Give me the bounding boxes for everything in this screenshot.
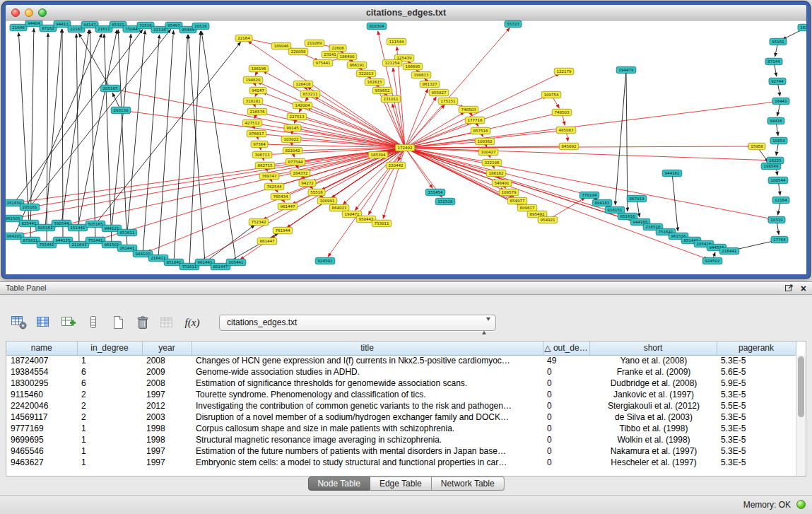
graph-node[interactable]: 924502 — [702, 257, 722, 264]
graph-node[interactable]: 227513 — [287, 113, 307, 120]
graph-node[interactable]: 861447 — [257, 238, 277, 245]
graph-node[interactable]: 961447 — [278, 203, 298, 210]
graph-node[interactable]: 189046 — [271, 42, 291, 49]
graph-node[interactable]: 16441 — [772, 98, 789, 105]
column-header-pagerank[interactable]: pagerank — [717, 341, 796, 355]
graph-node[interactable]: 818304 — [367, 23, 387, 30]
tab-node-table[interactable]: Node Table — [307, 477, 370, 491]
graph-node[interactable]: 142004 — [293, 102, 312, 109]
graph-node[interactable]: 959652 — [372, 87, 392, 94]
graph-node[interactable]: 194479 — [616, 66, 636, 74]
graph-node[interactable]: 216576 — [247, 108, 267, 115]
table-row[interactable]: 2242004622012Investigating the contribut… — [6, 400, 796, 411]
table-row[interactable]: 946554611997Estimation of the future num… — [6, 445, 796, 457]
graph-node[interactable]: 186400 — [337, 53, 357, 60]
graph-node[interactable]: 111544 — [387, 38, 406, 45]
column-header-title[interactable]: title — [192, 341, 543, 355]
graph-node[interactable]: 94147 — [249, 87, 266, 94]
graph-node[interactable]: 186196 — [249, 65, 269, 72]
graph-node[interactable]: 845092 — [559, 143, 579, 150]
import-table-button[interactable] — [157, 313, 178, 332]
column-header-out_degree[interactable]: △ out_de… — [543, 341, 589, 355]
scrollbar-thumb[interactable] — [798, 356, 804, 417]
graph-node[interactable]: 109362 — [475, 138, 495, 145]
graph-node[interactable]: 231011 — [381, 95, 401, 103]
graph-node[interactable]: 851611 — [117, 229, 137, 236]
table-row[interactable]: 946362711997Embryonic stem cells: a mode… — [6, 457, 796, 468]
graph-node[interactable]: 22164 — [235, 35, 252, 42]
graph-node[interactable]: 97364 — [251, 141, 268, 148]
graph-node[interactable]: 854977 — [507, 197, 527, 204]
graph-node[interactable]: 916151 — [605, 206, 625, 214]
column-header-name[interactable]: name — [6, 341, 77, 355]
network-window[interactable]: citations_edges.txt 17240218619619462094… — [2, 1, 810, 278]
close-panel-button[interactable]: × — [801, 283, 806, 295]
graph-node[interactable]: 876617 — [247, 130, 266, 137]
close-button[interactable] — [11, 8, 20, 17]
graph-node[interactable]: 853211 — [300, 90, 320, 98]
graph-node[interactable]: 151441 — [68, 224, 88, 231]
graph-node[interactable]: 762544 — [264, 183, 284, 190]
graph-node[interactable]: 809617 — [517, 204, 537, 211]
graph-node[interactable]: 485083 — [556, 127, 576, 134]
table-mode-button[interactable] — [8, 313, 30, 332]
graph-node[interactable]: 220442 — [386, 162, 406, 169]
graph-node[interactable]: 186162 — [486, 170, 506, 177]
graph-node[interactable]: 961327 — [420, 81, 440, 88]
graph-node[interactable]: 194620 — [243, 76, 263, 83]
table-scrollbar[interactable] — [796, 355, 806, 476]
graph-node[interactable]: 109754 — [541, 91, 561, 98]
graph-node[interactable]: 172402 — [395, 144, 415, 151]
table-row[interactable]: 1872400712008Changes of HCN gene express… — [6, 355, 796, 366]
table-row[interactable]: 1830029562008Estimation of significance … — [6, 378, 796, 389]
table-row[interactable]: 1938455462009Genome-wide association stu… — [6, 366, 796, 378]
graph-node[interactable]: 23141 — [322, 51, 339, 58]
create-column-button[interactable] — [58, 313, 79, 332]
graph-node[interactable]: 12164 — [772, 197, 789, 204]
graph-node[interactable]: 219269 — [305, 40, 324, 47]
graph-node[interactable]: 175151 — [438, 98, 458, 105]
graph-node[interactable]: 92744 — [769, 78, 786, 85]
graph-node[interactable]: 128418 — [293, 81, 313, 88]
graph-node[interactable]: 322106 — [482, 159, 502, 166]
graph-node[interactable]: 284372 — [290, 170, 310, 177]
function-builder-button[interactable]: f(x) — [182, 313, 203, 332]
graph-node[interactable]: 954921 — [538, 216, 558, 223]
graph-node[interactable]: 220058 — [288, 48, 308, 55]
graph-node[interactable]: 822042 — [283, 147, 302, 154]
graph-node[interactable]: 55723 — [505, 21, 522, 28]
graph-node[interactable]: 205161 — [20, 204, 40, 211]
graph-node[interactable]: 151516 — [435, 198, 455, 205]
graph-node[interactable]: 162615 — [365, 78, 384, 86]
graph-node[interactable]: 322013 — [356, 70, 376, 77]
graph-node[interactable]: 166695 — [403, 63, 423, 70]
table-selector-dropdown[interactable]: citations_edges.txt — [219, 315, 496, 331]
graph-node[interactable]: 427512 — [242, 119, 262, 127]
graph-node[interactable]: 10854 — [770, 137, 787, 144]
graph-node[interactable]: 185304 — [368, 151, 388, 158]
graph-node[interactable]: 95161 — [770, 38, 787, 45]
column-header-in_degree[interactable]: in_degree — [77, 341, 142, 355]
graph-node[interactable]: 546491 — [492, 180, 512, 187]
graph-node[interactable]: 205441 — [226, 259, 246, 266]
graph-node[interactable]: 103022 — [281, 136, 301, 143]
graph-node[interactable]: 109579 — [499, 189, 519, 196]
graph-node[interactable]: 122179 — [554, 68, 574, 75]
graph-node[interactable]: 216441 — [719, 247, 739, 255]
graph-node[interactable]: 100991 — [317, 197, 337, 204]
graph-node[interactable]: 21646 — [10, 24, 27, 31]
network-canvas[interactable]: 1724021861961946209414731818121657642751… — [6, 21, 806, 274]
graph-node[interactable]: 10310 — [768, 216, 785, 223]
graph-node[interactable]: 190613 — [411, 71, 431, 78]
graph-node[interactable]: 108544 — [768, 177, 788, 184]
graph-node[interactable]: 752342 — [249, 218, 269, 226]
graph-node[interactable]: 862715 — [255, 162, 275, 169]
graph-node[interactable]: 318181 — [243, 98, 263, 105]
table-rows-button[interactable] — [83, 313, 104, 332]
window-titlebar[interactable]: citations_edges.txt — [6, 5, 806, 21]
graph-node[interactable]: 765434 — [271, 193, 290, 200]
graph-node[interactable]: 99145 — [284, 124, 301, 132]
graph-node[interactable]: 17764 — [771, 236, 788, 243]
graph-node[interactable]: 22606 — [329, 45, 346, 52]
table-row[interactable]: 969969511998Structural magnetic resonanc… — [6, 434, 796, 445]
